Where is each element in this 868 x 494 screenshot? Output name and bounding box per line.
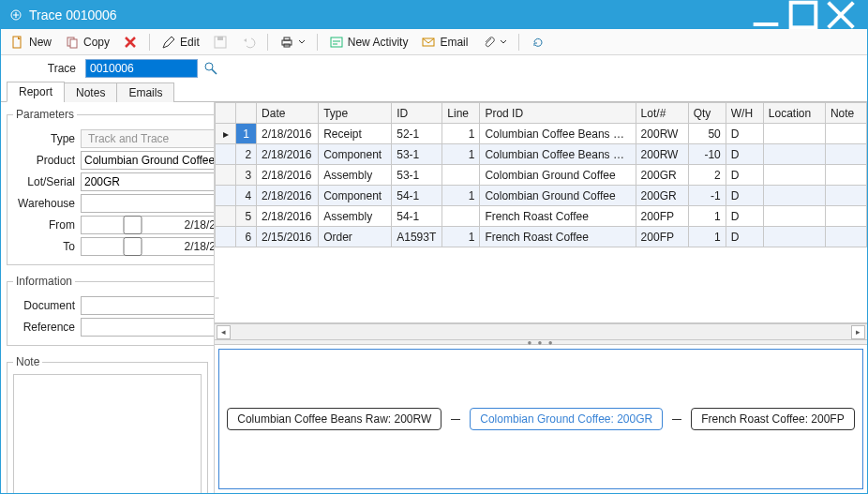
document-input[interactable] — [81, 296, 215, 315]
cell-id[interactable]: 54-1 — [392, 186, 442, 206]
type-select[interactable]: Track and Trace — [81, 129, 215, 148]
product-input[interactable] — [81, 151, 215, 170]
email-button[interactable]: Email — [417, 33, 471, 52]
cell-wh[interactable]: D — [726, 165, 763, 186]
cell-prod[interactable]: Colombian Ground Coffee — [480, 186, 636, 206]
col-prodid[interactable]: Prod ID — [480, 103, 636, 124]
cell-loc[interactable] — [763, 206, 825, 227]
col-id[interactable]: ID — [392, 103, 442, 124]
cell-line[interactable]: 1 — [442, 227, 480, 247]
cell-wh[interactable]: D — [726, 186, 763, 206]
cell-lot[interactable]: 200GR — [636, 165, 688, 186]
table-row[interactable]: 52/18/2016Assembly54-1French Roast Coffe… — [216, 206, 867, 227]
attachment-button[interactable] — [477, 33, 511, 52]
scroll-right-icon[interactable]: ▸ — [851, 325, 865, 339]
cell-type[interactable]: Component — [319, 144, 392, 165]
cell-qty[interactable]: 50 — [688, 124, 726, 144]
cell-line[interactable]: 1 — [442, 124, 480, 144]
new-button[interactable]: New — [7, 33, 55, 52]
cell-id[interactable]: 53-1 — [392, 165, 442, 186]
cell-lot[interactable]: 200FP — [636, 206, 688, 227]
tab-emails[interactable]: Emails — [116, 82, 174, 102]
col-note[interactable]: Note — [825, 103, 866, 124]
cell-type[interactable]: Receipt — [319, 124, 392, 144]
tab-notes[interactable]: Notes — [64, 82, 117, 102]
col-wh[interactable]: W/H — [726, 103, 763, 124]
flow-node-selected[interactable]: Colombian Ground Coffee: 200GR — [470, 408, 663, 430]
cell-loc[interactable] — [763, 124, 825, 144]
cell-qty[interactable]: 2 — [688, 165, 726, 186]
copy-button[interactable]: Copy — [61, 33, 113, 52]
cell-note[interactable] — [825, 186, 866, 206]
table-row[interactable]: 22/18/2016Component53-11Columbian Coffee… — [216, 144, 867, 165]
col-location[interactable]: Location — [763, 103, 825, 124]
vertical-splitter[interactable]: ⋮ — [215, 102, 217, 493]
cell-lot[interactable]: 200RW — [636, 144, 688, 165]
flow-diagram[interactable]: Columbian Coffee Beans Raw: 200RW Colomb… — [218, 349, 863, 489]
lotserial-input[interactable] — [81, 172, 215, 191]
table-row[interactable]: 42/18/2016Component54-11Colombian Ground… — [216, 186, 867, 206]
cell-qty[interactable]: 1 — [688, 206, 726, 227]
cell-line[interactable] — [442, 206, 480, 227]
table-row[interactable]: ▸12/18/2016Receipt52-11Columbian Coffee … — [216, 124, 867, 144]
cell-loc[interactable] — [763, 144, 825, 165]
horizontal-scrollbar[interactable]: ◂ ▸ — [215, 323, 867, 339]
cell-id[interactable]: A1593T — [392, 227, 442, 247]
cell-type[interactable]: Component — [319, 186, 392, 206]
cell-date[interactable]: 2/18/2016 — [257, 186, 319, 206]
trace-input[interactable] — [85, 59, 198, 78]
cell-id[interactable]: 53-1 — [392, 144, 442, 165]
cell-loc[interactable] — [763, 227, 825, 247]
new-activity-button[interactable]: New Activity — [325, 33, 412, 52]
cell-note[interactable] — [825, 144, 866, 165]
cell-qty[interactable]: -1 — [688, 186, 726, 206]
minimize-button[interactable] — [747, 1, 785, 29]
cell-lot[interactable]: 200FP — [636, 227, 688, 247]
cell-qty[interactable]: -10 — [688, 144, 726, 165]
cell-id[interactable]: 52-1 — [392, 124, 442, 144]
cell-prod[interactable]: French Roast Coffee — [480, 227, 636, 247]
to-checkbox[interactable] — [84, 237, 181, 256]
grid[interactable]: Date Type ID Line Prod ID Lot/# Qty W/H … — [215, 102, 867, 323]
cell-line[interactable]: 1 — [442, 186, 480, 206]
cell-note[interactable] — [825, 206, 866, 227]
cell-prod[interactable]: Columbian Coffee Beans Raw — [480, 124, 636, 144]
undo-button[interactable] — [237, 33, 260, 52]
cell-date[interactable]: 2/18/2016 — [257, 165, 319, 186]
search-icon[interactable] — [203, 61, 218, 76]
cell-date[interactable]: 2/18/2016 — [257, 144, 319, 165]
cell-line[interactable]: 1 — [442, 144, 480, 165]
refresh-button[interactable] — [527, 33, 549, 52]
close-button[interactable] — [822, 1, 860, 29]
tab-report[interactable]: Report — [7, 82, 65, 102]
cell-wh[interactable]: D — [726, 124, 763, 144]
col-line[interactable]: Line — [442, 103, 480, 124]
cell-loc[interactable] — [763, 165, 825, 186]
cell-type[interactable]: Assembly — [319, 206, 392, 227]
cell-wh[interactable]: D — [726, 144, 763, 165]
cell-date[interactable]: 2/18/2016 — [257, 124, 319, 144]
cell-prod[interactable]: French Roast Coffee — [480, 206, 636, 227]
scroll-left-icon[interactable]: ◂ — [217, 325, 231, 339]
col-date[interactable]: Date — [257, 103, 319, 124]
cell-type[interactable]: Assembly — [319, 165, 392, 186]
warehouse-input[interactable] — [81, 194, 215, 213]
cell-loc[interactable] — [763, 186, 825, 206]
cell-prod[interactable]: Columbian Coffee Beans Raw — [480, 144, 636, 165]
cell-wh[interactable]: D — [726, 227, 763, 247]
flow-node[interactable]: Columbian Coffee Beans Raw: 200RW — [227, 408, 441, 430]
from-checkbox[interactable] — [84, 216, 181, 234]
print-button[interactable] — [276, 33, 309, 52]
cell-date[interactable]: 2/15/2016 — [257, 227, 319, 247]
cell-lot[interactable]: 200GR — [636, 186, 688, 206]
cell-note[interactable] — [825, 124, 866, 144]
cell-line[interactable] — [442, 165, 480, 186]
note-textarea[interactable] — [13, 374, 202, 493]
col-type[interactable]: Type — [319, 103, 392, 124]
table-row[interactable]: 32/18/2016Assembly53-1Colombian Ground C… — [216, 165, 867, 186]
delete-button[interactable] — [119, 33, 142, 52]
col-lot[interactable]: Lot/# — [636, 103, 688, 124]
from-date[interactable]: 2/18/2016▾ — [81, 216, 215, 234]
table-row[interactable]: 62/15/2016OrderA1593T1French Roast Coffe… — [216, 227, 867, 247]
horizontal-splitter[interactable]: ● ● ● — [215, 339, 867, 345]
